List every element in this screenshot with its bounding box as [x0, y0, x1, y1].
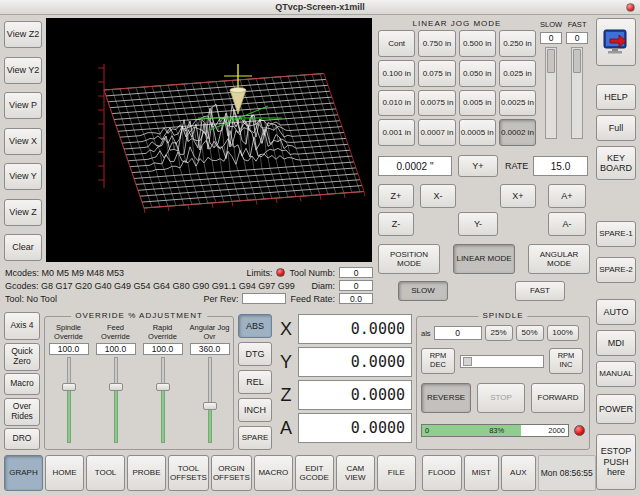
- tab-macro[interactable]: MACRO: [254, 455, 293, 491]
- help-button[interactable]: HELP: [596, 84, 636, 110]
- jog-increment-0100[interactable]: 0.100 in: [378, 60, 415, 87]
- wireframe-plot: [46, 18, 372, 262]
- mist-button[interactable]: MIST: [464, 455, 499, 491]
- preview-3d-graph[interactable]: [46, 18, 372, 262]
- slider-thumb[interactable]: [547, 49, 555, 73]
- abs-mode-button[interactable]: ABS: [238, 314, 272, 338]
- manual-mode-button[interactable]: MANUAL: [596, 361, 636, 387]
- angular-mode-button[interactable]: ANGULAR MODE: [528, 244, 590, 274]
- slider-handle[interactable]: [203, 402, 217, 410]
- auto-mode-button[interactable]: AUTO: [596, 299, 636, 325]
- spindle-stop-button[interactable]: STOP: [477, 383, 525, 413]
- view-z2-button[interactable]: View Z2: [4, 21, 42, 48]
- quick-zero-tab[interactable]: Quick Zero: [4, 343, 40, 371]
- spindle-forward-button[interactable]: FORWARD: [531, 383, 585, 413]
- jog-z-minus-button[interactable]: Z-: [378, 212, 414, 236]
- keyboard-button[interactable]: KEY BOARD: [596, 146, 636, 180]
- dro-y-label: Y: [276, 347, 296, 377]
- position-mode-button[interactable]: POSITION MODE: [378, 244, 440, 274]
- linear-mode-button[interactable]: LINEAR MODE: [453, 244, 515, 274]
- jog-increment-00002-selected[interactable]: 0.0002 in: [499, 119, 536, 146]
- jog-increment-00025[interactable]: 0.0025 in: [499, 90, 536, 117]
- jog-x-plus-button[interactable]: X+: [500, 184, 536, 208]
- fast-rate-slider[interactable]: [571, 47, 583, 139]
- view-y2-button[interactable]: View Y2: [4, 57, 42, 84]
- close-button[interactable]: [626, 3, 635, 12]
- power-button[interactable]: POWER: [596, 394, 636, 424]
- fullscreen-button[interactable]: Full: [596, 115, 636, 141]
- jog-z-plus-button[interactable]: Z+: [378, 184, 414, 208]
- spare1-button[interactable]: SPARE-1: [596, 221, 636, 247]
- feed-override-slider[interactable]: [108, 357, 124, 443]
- angular-jog-override-slider[interactable]: [202, 357, 218, 443]
- rapid-override-slider[interactable]: [155, 357, 171, 443]
- tab-tool-offsets[interactable]: TOOL OFFSETS: [168, 455, 209, 491]
- dro-tab[interactable]: DRO: [4, 428, 40, 450]
- jog-increment-00005[interactable]: 0.0005 in: [459, 119, 496, 146]
- rel-mode-button[interactable]: REL: [238, 370, 272, 394]
- tab-probe[interactable]: PROBE: [127, 455, 166, 491]
- view-x-button[interactable]: View X: [4, 128, 42, 155]
- jog-increment-0750[interactable]: 0.750 in: [418, 30, 455, 57]
- tab-edit-gcode[interactable]: EDIT GCODE: [295, 455, 334, 491]
- spindle-25-button[interactable]: 25%: [485, 325, 513, 341]
- jog-increment-00075[interactable]: 0.0075 in: [418, 90, 455, 117]
- inch-mode-button[interactable]: INCH: [238, 398, 272, 422]
- jog-increment-cont[interactable]: Cont: [378, 30, 415, 57]
- mdi-mode-button[interactable]: MDI: [596, 330, 636, 356]
- jog-increment-0025[interactable]: 0.025 in: [499, 60, 536, 87]
- spindle-50-button[interactable]: 50%: [516, 325, 544, 341]
- overrides-tab[interactable]: Over Rides: [4, 398, 40, 426]
- shutdown-button[interactable]: [596, 18, 636, 66]
- status-panel: Mcodes: M0 M5 M9 M48 M53 Limits: Tool Nu…: [5, 266, 373, 305]
- slider-thumb[interactable]: [573, 49, 581, 73]
- slow-slider-column: SLOW 0: [540, 20, 562, 139]
- spindle-override-slider[interactable]: [61, 357, 77, 443]
- tab-file[interactable]: FILE: [377, 455, 416, 491]
- jog-increment-0010[interactable]: 0.010 in: [378, 90, 415, 117]
- jog-y-minus-button[interactable]: Y-: [458, 212, 498, 236]
- tab-graph[interactable]: GRAPH: [4, 455, 43, 491]
- slow-rate-slider[interactable]: [545, 47, 557, 139]
- view-z-button[interactable]: View Z: [4, 199, 42, 226]
- jog-increment-0005[interactable]: 0.005 in: [459, 90, 496, 117]
- rpm-dec-button[interactable]: RPM DEC: [421, 348, 455, 374]
- view-p-button[interactable]: View P: [4, 92, 42, 119]
- spindle-rpm-slider[interactable]: [460, 355, 544, 368]
- estop-button[interactable]: ESTOP PUSH here: [596, 434, 636, 490]
- slider-handle[interactable]: [156, 383, 170, 391]
- spindle-at-speed-led: [574, 425, 585, 436]
- rpm-inc-button[interactable]: RPM INC: [549, 348, 583, 374]
- spindle-100-button[interactable]: 100%: [547, 325, 579, 341]
- tab-tool[interactable]: TOOL: [86, 455, 125, 491]
- jog-a-minus-button[interactable]: A-: [548, 212, 586, 236]
- jog-increment-0001[interactable]: 0.001 in: [378, 119, 415, 146]
- jog-slow-button[interactable]: SLOW: [398, 281, 448, 301]
- spare2-button[interactable]: SPARE-2: [596, 257, 636, 283]
- jog-fast-button[interactable]: FAST: [515, 281, 565, 301]
- slider-handle[interactable]: [62, 383, 76, 391]
- jog-increment-0500[interactable]: 0.500 in: [459, 30, 496, 57]
- axis-4-tab[interactable]: Axis 4: [4, 312, 40, 340]
- tab-origin-offsets[interactable]: ORGIN OFFSETS: [211, 455, 252, 491]
- jog-a-plus-button[interactable]: A+: [548, 184, 586, 208]
- jog-y-plus-button[interactable]: Y+: [458, 155, 498, 177]
- macro-tab[interactable]: Macro: [4, 373, 40, 395]
- spare-mode-button[interactable]: SPARE: [238, 426, 272, 450]
- tab-home[interactable]: HOME: [45, 455, 84, 491]
- jog-increment-0250[interactable]: 0.250 in: [499, 30, 536, 57]
- jog-x-minus-button[interactable]: X-: [420, 184, 456, 208]
- jog-increment-0075[interactable]: 0.075 in: [418, 60, 455, 87]
- jog-increment-0050[interactable]: 0.050 in: [459, 60, 496, 87]
- flood-button[interactable]: FLOOD: [422, 455, 462, 491]
- tab-cam-view[interactable]: CAM VIEW: [336, 455, 375, 491]
- slider-handle[interactable]: [109, 383, 123, 391]
- spindle-reverse-button[interactable]: REVERSE: [421, 383, 471, 413]
- dro-row-z: Z 0.0000: [276, 380, 412, 410]
- clear-button[interactable]: Clear: [4, 234, 42, 261]
- aux-button[interactable]: AUX: [501, 455, 536, 491]
- view-y-button[interactable]: View Y: [4, 163, 42, 190]
- slider-thumb[interactable]: [463, 357, 472, 366]
- dtg-mode-button[interactable]: DTG: [238, 342, 272, 366]
- jog-increment-00007[interactable]: 0.0007 in: [418, 119, 455, 146]
